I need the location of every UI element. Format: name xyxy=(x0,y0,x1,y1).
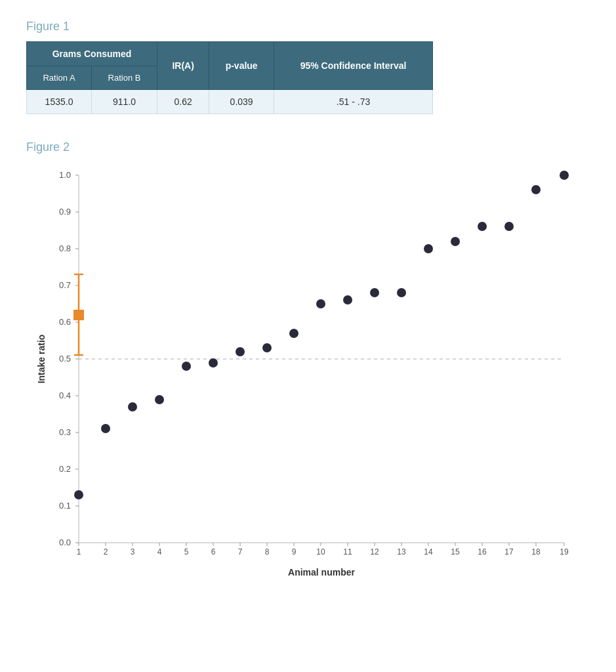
svg-text:0.0: 0.0 xyxy=(59,537,71,547)
svg-text:9: 9 xyxy=(292,547,297,556)
svg-text:7: 7 xyxy=(238,547,243,556)
svg-text:12: 12 xyxy=(370,547,379,556)
svg-text:Animal number: Animal number xyxy=(288,567,355,578)
data-point-12 xyxy=(370,288,379,297)
chart-wrapper: 0.0 0.1 0.2 0.3 0.4 0.5 0.6 xyxy=(26,162,590,589)
data-point-2 xyxy=(101,424,110,433)
data-point-13 xyxy=(397,288,406,297)
svg-text:15: 15 xyxy=(451,547,460,556)
data-point-4 xyxy=(155,395,164,404)
mean-point xyxy=(73,310,84,320)
svg-text:0.9: 0.9 xyxy=(59,207,71,217)
cell-ration-b: 911.0 xyxy=(92,90,157,114)
data-point-5 xyxy=(182,362,191,371)
svg-text:13: 13 xyxy=(397,547,406,556)
data-point-19 xyxy=(560,171,569,180)
data-point-18 xyxy=(531,185,541,194)
figure1-table: Grams Consumed IR(A) p-value 95% Confide… xyxy=(26,41,433,114)
svg-text:14: 14 xyxy=(424,547,433,556)
data-point-9 xyxy=(289,329,298,338)
svg-text:10: 10 xyxy=(316,547,325,556)
svg-text:0.1: 0.1 xyxy=(59,501,71,511)
data-point-1 xyxy=(74,490,83,499)
data-point-11 xyxy=(343,295,352,304)
data-point-3 xyxy=(128,402,137,411)
svg-text:0.4: 0.4 xyxy=(59,390,71,400)
header-ration-a: Ration A xyxy=(27,66,92,90)
svg-text:8: 8 xyxy=(265,547,270,556)
svg-text:18: 18 xyxy=(531,547,541,556)
data-point-8 xyxy=(262,343,272,352)
svg-text:0.5: 0.5 xyxy=(59,354,71,364)
figure2-label: Figure 2 xyxy=(26,140,590,154)
svg-text:16: 16 xyxy=(478,547,487,556)
chart-svg: 0.0 0.1 0.2 0.3 0.4 0.5 0.6 xyxy=(26,162,590,589)
data-point-16 xyxy=(478,222,487,231)
svg-text:0.7: 0.7 xyxy=(59,280,71,290)
data-point-7 xyxy=(236,347,245,356)
svg-text:3: 3 xyxy=(131,547,135,556)
svg-text:1.0: 1.0 xyxy=(59,170,71,180)
figure1-section: Figure 1 Grams Consumed IR(A) p-value 95… xyxy=(26,20,590,114)
svg-text:5: 5 xyxy=(184,547,189,556)
svg-text:0.6: 0.6 xyxy=(59,317,71,327)
svg-text:0.2: 0.2 xyxy=(59,464,71,474)
svg-text:11: 11 xyxy=(343,547,352,556)
header-pvalue: p-value xyxy=(209,42,274,90)
svg-text:0.8: 0.8 xyxy=(59,243,71,253)
header-ir: IR(A) xyxy=(157,42,209,90)
header-grams: Grams Consumed xyxy=(27,42,157,66)
svg-text:Intake ratio: Intake ratio xyxy=(36,335,47,384)
svg-text:1: 1 xyxy=(77,547,81,556)
cell-ration-a: 1535.0 xyxy=(27,90,92,114)
data-point-17 xyxy=(504,222,514,231)
header-ration-b: Ration B xyxy=(92,66,157,90)
svg-text:19: 19 xyxy=(560,547,569,556)
data-point-10 xyxy=(316,299,325,308)
cell-pvalue: 0.039 xyxy=(209,90,274,114)
svg-text:2: 2 xyxy=(104,547,108,556)
svg-text:17: 17 xyxy=(504,547,514,556)
cell-ci: .51 - .73 xyxy=(274,90,433,114)
header-ci: 95% Confidence Interval xyxy=(274,42,433,90)
data-point-15 xyxy=(451,237,460,246)
data-point-14 xyxy=(424,244,433,253)
figure2-section: Figure 2 0.0 0.1 0.2 xyxy=(26,140,590,589)
figure1-label: Figure 1 xyxy=(26,20,590,33)
table-row: 1535.0 911.0 0.62 0.039 .51 - .73 xyxy=(27,90,433,114)
svg-text:6: 6 xyxy=(211,547,216,556)
svg-text:0.3: 0.3 xyxy=(59,427,71,437)
figure1-table-container: Grams Consumed IR(A) p-value 95% Confide… xyxy=(26,41,433,114)
cell-ir: 0.62 xyxy=(157,90,209,114)
svg-text:4: 4 xyxy=(157,547,162,556)
data-point-6 xyxy=(209,358,218,368)
